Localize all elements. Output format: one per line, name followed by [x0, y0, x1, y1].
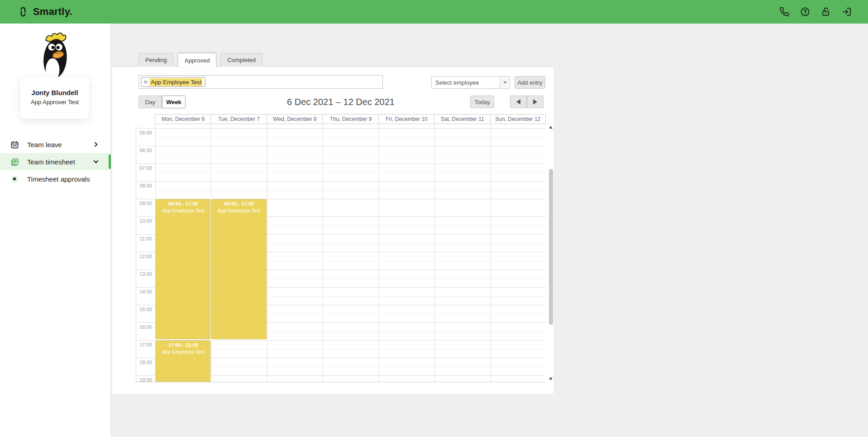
chevron-down-icon: [93, 158, 99, 165]
event-time: 09:00 - 17:00: [156, 201, 210, 207]
day-header: Sun, December 12: [490, 114, 546, 124]
hour-label: 17:00: [136, 342, 155, 347]
day-view-button[interactable]: Day: [138, 96, 162, 108]
event-title: App Employee Test: [156, 207, 210, 214]
hour-label: 13:00: [136, 271, 155, 277]
hour-label: 12:00: [136, 254, 155, 259]
column-border: [267, 124, 267, 382]
week-view-button[interactable]: Week: [162, 96, 186, 108]
hour-label: 09:00: [136, 201, 155, 206]
hour-label: 14:00: [136, 289, 155, 294]
sidebar-item-team-timesheet[interactable]: Team timesheet: [0, 153, 111, 170]
hour-label: 19:00: [136, 377, 155, 382]
sidebar-item-label: Timesheet approvals: [27, 175, 90, 183]
timesheet-event[interactable]: 09:00 - 17:00App Employee Test: [211, 199, 266, 339]
prev-icon: [516, 99, 520, 105]
hour-label: 11:00: [136, 236, 155, 241]
sidebar-item-timesheet-approvals[interactable]: Timesheet approvals: [0, 170, 111, 187]
day-header: Wed, December 8: [267, 114, 323, 124]
next-week-button[interactable]: [527, 96, 544, 108]
sidebar-nav: Team leaveTeam timesheetTimesheet approv…: [0, 136, 111, 187]
event-time: 09:00 - 17:00: [211, 201, 266, 207]
hour-line: [136, 146, 546, 146]
event-title: App Employee Test: [156, 349, 210, 355]
employee-filter-chip: ✕ App Employee Test: [141, 77, 205, 87]
sidebar-item-label: Team leave: [27, 141, 62, 149]
day-header: Tue, December 7: [210, 114, 267, 124]
user-card: Jonty Blundell App Approver Test: [20, 77, 89, 119]
employee-filter-input[interactable]: ✕ App Employee Test: [138, 75, 383, 89]
user-role: App Approver Test: [20, 99, 89, 106]
hour-label: 10:00: [136, 218, 155, 224]
select-employee-dropdown[interactable]: Select employee: [431, 76, 510, 89]
next-icon: [533, 99, 537, 105]
scroll-down-icon[interactable]: [547, 376, 554, 382]
chip-remove-icon[interactable]: ✕: [143, 79, 148, 85]
timesheet-event[interactable]: 09:00 - 17:00App Employee Test: [156, 199, 210, 339]
calendar-day-header-row: Mon, December 6Tue, December 7Wed, Decem…: [136, 114, 546, 124]
column-border: [323, 124, 323, 382]
day-header: Thu, December 9: [322, 114, 378, 124]
hour-label: 08:00: [136, 183, 155, 188]
sidebar-item-label: Team timesheet: [27, 158, 75, 166]
hour-label: 16:00: [136, 324, 155, 330]
calendar-icon: [10, 140, 19, 149]
calendar-scrollbar[interactable]: [547, 124, 554, 382]
event-title: App Employee Test: [211, 207, 266, 214]
unlock-icon[interactable]: [821, 7, 831, 17]
brand-logo[interactable]: Smartly.: [17, 6, 72, 18]
phone-icon[interactable]: [779, 7, 789, 17]
app-header: Smartly.: [0, 0, 868, 24]
help-icon[interactable]: [800, 7, 810, 17]
hour-line: [136, 128, 546, 129]
select-employee-value: Select employee: [432, 79, 500, 86]
day-header: Mon, December 6: [155, 114, 211, 124]
hour-label: 18:00: [136, 360, 155, 365]
hour-label: 07:00: [136, 165, 155, 171]
column-border: [491, 124, 491, 382]
tab-completed[interactable]: Completed: [220, 53, 262, 67]
hour-label: 06:00: [136, 148, 155, 153]
hour-line: [136, 163, 546, 164]
scrollbar-thumb[interactable]: [549, 169, 553, 325]
tab-bar: PendingApprovedCompleted: [138, 53, 262, 67]
half-hour-line: [155, 349, 546, 350]
header-icon-group: [779, 0, 852, 24]
dropdown-arrow-icon: [500, 77, 510, 88]
today-button[interactable]: Today: [470, 96, 494, 108]
column-border: [379, 124, 379, 382]
tab-approved[interactable]: Approved: [178, 53, 217, 67]
logout-icon[interactable]: [842, 7, 852, 17]
chip-label: App Employee Test: [150, 78, 202, 86]
half-hour-line: [155, 190, 546, 191]
sidebar: Jonty Blundell App Approver Test Team le…: [0, 24, 111, 437]
tab-pending[interactable]: Pending: [138, 53, 174, 67]
prev-week-button[interactable]: [510, 96, 527, 108]
hour-line: [136, 181, 546, 182]
event-time: 17:00 - 21:00: [156, 342, 210, 349]
half-hour-line: [155, 137, 546, 138]
timesheet-icon: [10, 157, 19, 166]
chevron-right-icon: [93, 141, 99, 148]
user-name: Jonty Blundell: [20, 89, 89, 96]
smartly-s-icon: [17, 6, 29, 18]
timesheet-event[interactable]: 17:00 - 21:00App Employee Test: [156, 341, 210, 382]
calendar-grid: 05:0006:0007:0008:0009:0010:0011:0012:00…: [136, 124, 546, 382]
column-border: [434, 124, 435, 382]
brand-name: Smartly.: [33, 6, 72, 18]
half-hour-line: [155, 155, 546, 155]
day-header: Fri, December 10: [378, 114, 434, 124]
penguin-avatar: [32, 30, 77, 82]
dot-icon: [10, 174, 19, 183]
sidebar-item-team-leave[interactable]: Team leave: [0, 136, 111, 153]
day-header: Sat, December 11: [434, 114, 490, 124]
scroll-up-icon[interactable]: [547, 124, 554, 130]
half-hour-line: [155, 173, 546, 173]
hour-label: 05:00: [136, 130, 155, 135]
add-entry-button[interactable]: Add entry: [515, 76, 545, 89]
half-hour-line: [155, 367, 546, 367]
hour-label: 15:00: [136, 307, 155, 312]
